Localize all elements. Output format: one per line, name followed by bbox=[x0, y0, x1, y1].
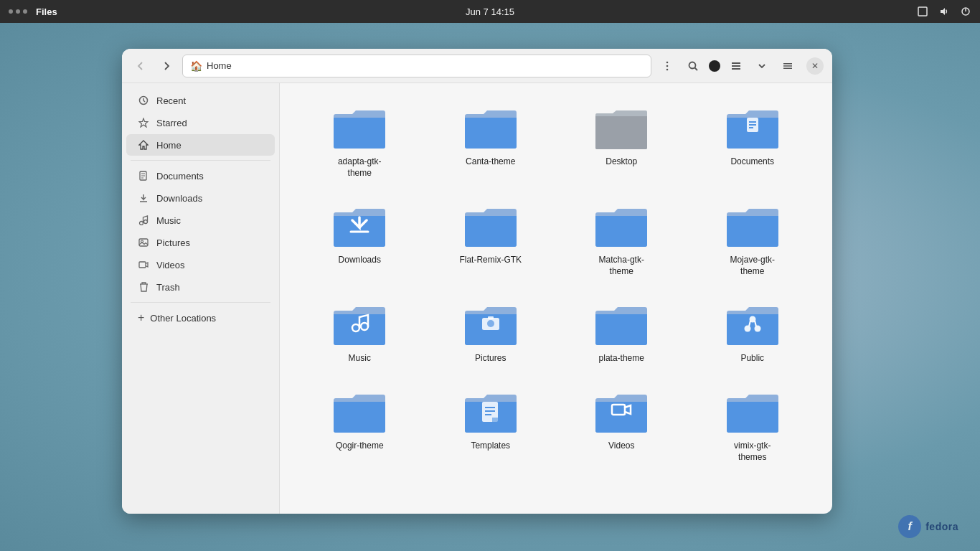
folder-icon-flat-remix-gtk bbox=[462, 202, 519, 250]
svg-point-7 bbox=[689, 62, 696, 68]
top-bar-right-icons bbox=[917, 6, 971, 17]
folder-icon-mojave-gtk-theme bbox=[724, 202, 781, 250]
svg-rect-27 bbox=[139, 262, 146, 268]
file-item-downloads[interactable]: Downloads bbox=[297, 196, 423, 283]
file-label-music: Music bbox=[349, 353, 371, 364]
folder-icon-plata-theme bbox=[593, 300, 650, 349]
file-label-templates: Templates bbox=[471, 441, 510, 452]
file-item-mojave-gtk-theme[interactable]: Mojave-gtk-theme bbox=[690, 196, 816, 283]
file-grid: adapta-gtk-theme Canta-theme Desktop Doc… bbox=[297, 98, 815, 468]
search-button[interactable] bbox=[683, 56, 703, 76]
sort-button[interactable] bbox=[752, 56, 772, 76]
back-button[interactable] bbox=[131, 56, 151, 76]
folder-icon-videos bbox=[593, 387, 650, 436]
file-item-plata-theme[interactable]: plata-theme bbox=[559, 294, 684, 370]
sidebar-item-recent[interactable]: Recent bbox=[126, 90, 275, 111]
file-label-vimix-gtk-themes: vimix-gtk-themes bbox=[720, 441, 785, 463]
file-item-flat-remix-gtk[interactable]: Flat-Remix-GTK bbox=[428, 196, 554, 283]
close-button[interactable]: ✕ bbox=[806, 57, 824, 75]
folder-icon-templates bbox=[462, 387, 519, 436]
file-item-matcha-gtk-theme[interactable]: Matcha-gtk-theme bbox=[559, 196, 684, 283]
folder-icon-qogir-theme bbox=[331, 387, 388, 436]
sidebar-item-starred[interactable]: Starred bbox=[126, 112, 275, 133]
view-dot[interactable] bbox=[709, 60, 720, 72]
sidebar-item-home[interactable]: Home bbox=[126, 134, 275, 156]
svg-marker-16 bbox=[139, 118, 148, 127]
forward-button[interactable] bbox=[156, 56, 176, 76]
svg-line-8 bbox=[695, 67, 698, 70]
list-view-button[interactable] bbox=[726, 56, 746, 76]
sidebar-starred-label: Starred bbox=[156, 118, 187, 128]
file-item-templates[interactable]: Templates bbox=[428, 382, 554, 468]
file-item-documents[interactable]: Documents bbox=[690, 98, 816, 184]
folder-icon-vimix-gtk-themes bbox=[724, 387, 781, 436]
file-item-adapta-gtk-theme[interactable]: adapta-gtk-theme bbox=[297, 98, 423, 184]
plus-icon: + bbox=[138, 312, 144, 324]
svg-rect-37 bbox=[488, 316, 494, 319]
headerbar: 🏠 Home ✕ bbox=[122, 49, 832, 83]
location-bar[interactable]: 🏠 Home bbox=[182, 55, 651, 77]
trash-icon bbox=[138, 281, 149, 293]
file-label-public: Public bbox=[740, 353, 764, 364]
svg-rect-11 bbox=[732, 68, 740, 70]
sidebar-item-other-locations[interactable]: + Other Locations bbox=[126, 307, 275, 329]
sidebar-item-videos[interactable]: Videos bbox=[126, 254, 275, 276]
sidebar-item-pictures[interactable]: Pictures bbox=[126, 232, 275, 253]
sidebar-downloads-label: Downloads bbox=[156, 193, 202, 204]
file-label-desktop: Desktop bbox=[606, 156, 637, 168]
menu-button[interactable] bbox=[778, 56, 798, 76]
file-item-pictures[interactable]: Pictures bbox=[428, 294, 554, 370]
home-icon bbox=[138, 139, 149, 151]
location-text: Home bbox=[207, 60, 232, 71]
sidebar-item-music[interactable]: Music bbox=[126, 209, 275, 231]
app-title: Files bbox=[36, 6, 57, 17]
dot-2 bbox=[16, 9, 20, 14]
file-manager-window: 🏠 Home ✕ Recent bbox=[122, 49, 832, 514]
file-item-music[interactable]: Music bbox=[297, 294, 423, 370]
sidebar-item-trash[interactable]: Trash bbox=[126, 276, 275, 298]
datetime: Jun 7 14:15 bbox=[466, 6, 514, 17]
downloads-icon bbox=[138, 192, 149, 204]
file-item-canta-theme[interactable]: Canta-theme bbox=[428, 98, 554, 184]
folder-icon-desktop bbox=[593, 103, 650, 152]
svg-rect-9 bbox=[732, 62, 740, 64]
dot-3 bbox=[23, 9, 27, 14]
power-icon[interactable] bbox=[960, 6, 971, 17]
file-item-public[interactable]: Public bbox=[690, 294, 816, 370]
recent-icon bbox=[138, 95, 149, 106]
file-label-adapta-gtk-theme: adapta-gtk-theme bbox=[327, 156, 392, 179]
sidebar-recent-label: Recent bbox=[156, 95, 186, 106]
starred-icon bbox=[138, 117, 149, 128]
window-icon[interactable] bbox=[917, 6, 928, 17]
main-content: Recent Starred Home Documents bbox=[122, 83, 832, 514]
folder-icon-adapta-gtk-theme bbox=[331, 103, 388, 152]
location-home-icon: 🏠 bbox=[190, 60, 202, 72]
file-area: adapta-gtk-theme Canta-theme Desktop Doc… bbox=[280, 83, 832, 514]
music-icon bbox=[138, 215, 149, 226]
file-item-videos[interactable]: Videos bbox=[559, 382, 684, 468]
folder-icon-downloads bbox=[331, 202, 388, 250]
svg-rect-10 bbox=[732, 65, 740, 67]
sidebar-item-downloads[interactable]: Downloads bbox=[126, 187, 275, 209]
folder-icon-documents bbox=[724, 103, 781, 152]
svg-rect-14 bbox=[783, 67, 792, 69]
file-item-qogir-theme[interactable]: Qogir-theme bbox=[297, 382, 423, 468]
sidebar-item-documents[interactable]: Documents bbox=[126, 165, 275, 187]
svg-point-24 bbox=[144, 220, 148, 224]
file-item-desktop[interactable]: Desktop bbox=[559, 98, 684, 184]
sidebar-other-locations-label: Other Locations bbox=[150, 313, 216, 324]
svg-point-23 bbox=[140, 222, 143, 225]
file-item-vimix-gtk-themes[interactable]: vimix-gtk-themes bbox=[690, 382, 816, 468]
folder-icon-canta-theme bbox=[462, 103, 519, 152]
more-options-button[interactable] bbox=[657, 56, 677, 76]
folder-icon-music bbox=[331, 300, 388, 349]
sidebar-music-label: Music bbox=[156, 215, 181, 226]
sidebar-documents-label: Documents bbox=[156, 171, 204, 182]
documents-icon bbox=[138, 170, 149, 182]
volume-icon[interactable] bbox=[938, 6, 950, 17]
fedora-text: fedora bbox=[925, 521, 958, 532]
svg-rect-25 bbox=[139, 239, 148, 246]
svg-marker-1 bbox=[941, 8, 945, 15]
svg-marker-47 bbox=[492, 418, 498, 422]
file-label-documents: Documents bbox=[730, 156, 774, 168]
